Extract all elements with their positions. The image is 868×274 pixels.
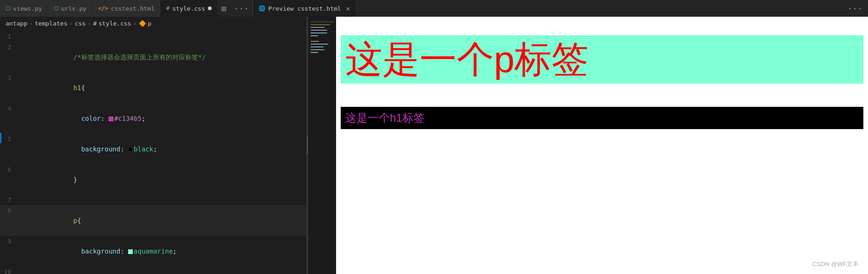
split-icon: ⊞	[221, 4, 227, 13]
code-line-1: 1	[0, 32, 306, 42]
tab-csstest[interactable]: </> csstest.html	[92, 0, 161, 17]
code-line-2: 2 /*标签选择器会选择页面上所有的对应标签*/	[0, 42, 306, 72]
tab-style[interactable]: # style.css	[161, 0, 218, 17]
py-icon: ⬡	[6, 5, 10, 12]
preview-p-element: 这是一个p标签	[341, 35, 863, 84]
prop-bg-1: background	[81, 145, 120, 153]
code-line-9: 9 background: aquamarine;	[0, 236, 306, 267]
code-editor[interactable]: 1 2 /*标签选择器会选择页面上所有的对应标签*/ 3 h1{	[0, 30, 306, 274]
brace-close-1: }	[65, 176, 77, 183]
brace-open-2: {	[77, 217, 81, 224]
code-line-5: 5 background: black;	[0, 134, 306, 164]
svg-rect-10	[311, 52, 318, 53]
preview-h1-element: 这是一个h1标签	[341, 107, 863, 129]
value-aquamarine: aquamarine	[134, 248, 173, 255]
svg-rect-9	[311, 49, 324, 50]
svg-rect-2	[311, 27, 324, 28]
tab-bar: ⬡ views.py ⬡ urls.py </> csstest.html # …	[0, 0, 868, 17]
line-num-4: 4	[0, 104, 19, 114]
line-content-2: /*标签选择器会选择页面上所有的对应标签*/	[19, 42, 306, 72]
svg-rect-7	[311, 44, 328, 45]
line-content-6: }	[19, 164, 306, 195]
breadcrumb-sep-3: ›	[88, 20, 91, 27]
code-line-10: 10 color: red;	[0, 267, 306, 274]
breadcrumb: antapp › templates › css › # style.css ›…	[0, 17, 306, 30]
preview-close-button[interactable]: ✕	[346, 4, 350, 13]
editor-more-button[interactable]: ···	[842, 4, 868, 13]
css-icon: #	[166, 5, 169, 12]
prop-color-1: color	[81, 115, 101, 122]
tab-preview[interactable]: 🌐 Preview csstest.html ✕	[253, 0, 356, 17]
minimap-svg	[308, 17, 336, 274]
line-num-3: 3	[0, 73, 19, 83]
breadcrumb-css: css	[75, 20, 85, 27]
tab-label-csstest: csstest.html	[111, 5, 155, 12]
indent-9	[65, 248, 81, 255]
indent-4	[65, 115, 81, 122]
code-line-3: 3 h1{	[0, 72, 306, 103]
value-color-1: #c134b5	[114, 115, 142, 122]
tab-views[interactable]: ⬡ views.py	[0, 0, 48, 17]
watermark: CSDN @WF文丰	[812, 260, 859, 268]
main-content: antapp › templates › css › # style.css ›…	[0, 17, 868, 274]
code-line-7: 7	[0, 195, 306, 205]
color-swatch-1	[109, 117, 113, 121]
editor-more-icon: ···	[847, 4, 862, 13]
line-num-2: 2	[0, 42, 19, 52]
value-black: black	[134, 145, 153, 153]
preview-icon: 🌐	[259, 5, 266, 12]
tab-urls[interactable]: ⬡ urls.py	[48, 0, 93, 17]
tab-split-button[interactable]: ⊞	[218, 4, 230, 13]
code-lines: 1 2 /*标签选择器会选择页面上所有的对应标签*/ 3 h1{	[0, 30, 306, 274]
line-num-1: 1	[0, 32, 19, 42]
code-line-8: 8 p{	[0, 205, 306, 236]
splitter-handle	[307, 136, 308, 155]
code-line-6: 6 }	[0, 164, 306, 195]
svg-rect-1	[311, 24, 330, 25]
tab-label-views: views.py	[13, 5, 42, 12]
preview-pane: 这是一个p标签 这是一个h1标签 CSDN @WF文丰	[336, 17, 868, 274]
minimap	[308, 17, 336, 274]
svg-rect-8	[311, 46, 324, 47]
breadcrumb-sep-1: ›	[29, 20, 33, 27]
breadcrumb-sep-2: ›	[69, 20, 73, 27]
breadcrumb-hash: #	[93, 20, 97, 27]
svg-rect-5	[311, 35, 318, 36]
prop-bg-2: background	[81, 248, 120, 255]
svg-rect-6	[311, 41, 319, 42]
line-num-10: 10	[0, 267, 19, 274]
tab-more-button[interactable]: ···	[230, 4, 253, 13]
breadcrumb-stylecss: style.css	[98, 20, 131, 27]
breadcrumb-p: p	[148, 20, 152, 27]
selector-h1: h1	[65, 84, 81, 91]
svg-rect-3	[311, 30, 327, 31]
line-content-10: color: red;	[19, 267, 306, 274]
brace-open-1: {	[81, 84, 85, 91]
more-icon: ···	[234, 4, 249, 13]
breadcrumb-symbol: 🔶	[139, 20, 146, 27]
tab-label-preview: Preview csstest.html	[268, 5, 341, 12]
code-line-4: 4 color: #c134b5;	[0, 103, 306, 134]
selector-p: p	[65, 217, 77, 224]
line-num-5: 5	[0, 134, 19, 144]
tab-label-style: style.css	[172, 5, 205, 12]
editor-pane: antapp › templates › css › # style.css ›…	[0, 17, 306, 274]
svg-rect-0	[311, 21, 334, 22]
svg-rect-4	[311, 33, 327, 33]
tab-label-urls: urls.py	[61, 5, 87, 12]
line-num-8: 8	[0, 206, 19, 216]
line-num-7: 7	[0, 195, 19, 205]
html-icon: </>	[98, 5, 108, 12]
line-content-3: h1{	[19, 72, 306, 103]
line-content-5: background: black;	[19, 134, 306, 164]
line-content-4: color: #c134b5;	[19, 103, 306, 134]
color-swatch-aquamarine	[128, 249, 133, 254]
breadcrumb-sep-4: ›	[133, 20, 137, 27]
py-icon-2: ⬡	[54, 5, 58, 12]
breadcrumb-antapp: antapp	[6, 20, 27, 27]
color-swatch-black	[128, 147, 133, 152]
indent-5	[65, 145, 81, 153]
line-num-9: 9	[0, 236, 19, 247]
line-content-9: background: aquamarine;	[19, 236, 306, 267]
line-num-6: 6	[0, 165, 19, 175]
